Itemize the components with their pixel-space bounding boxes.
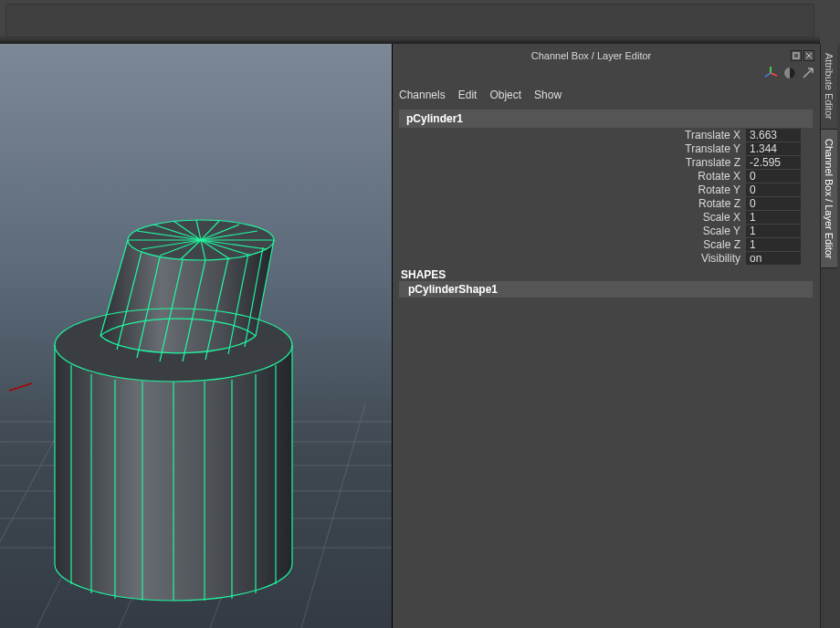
channel-value-input[interactable]: 0 [746,183,801,196]
channel-label[interactable]: Rotate X [399,170,746,183]
channel-label[interactable]: Translate Y [399,142,746,155]
panel-close-icon[interactable] [803,50,814,61]
menu-show[interactable]: Show [534,89,562,101]
channel-row: Translate Y 1.344 [399,141,813,155]
channel-row: Scale Y 1 [399,224,813,237]
arrow-icon[interactable] [802,67,814,79]
viewport-3d[interactable] [0,44,393,628]
channel-value-input[interactable]: 0 [746,170,801,183]
channel-value-input[interactable]: 1 [746,238,801,251]
channel-row: Scale X 1 [399,210,813,224]
shape-node-name: pCylinderShape1 [408,283,498,296]
shapes-header: SHAPES [399,268,813,281]
channel-row: Rotate Z 0 [399,196,813,210]
panel-dock-icon[interactable] [791,50,802,61]
channel-value-input[interactable]: on [746,252,801,265]
channel-label[interactable]: Translate X [399,129,746,141]
channel-row: Translate Z -2.595 [399,155,813,169]
cylinder-mesh [55,220,292,601]
channel-label[interactable]: Translate Z [399,156,746,169]
channel-value-input[interactable]: 3.663 [746,129,801,141]
channel-value-input[interactable]: 1 [746,225,801,237]
svg-rect-53 [793,53,799,58]
app-toolbar [0,0,820,44]
axis-indicator-icon[interactable] [763,66,778,80]
channel-label[interactable]: Scale X [399,211,746,224]
channel-value-input[interactable]: 1.344 [746,142,801,155]
channel-row: Translate X 3.663 [399,128,813,141]
channel-label[interactable]: Rotate Y [399,183,746,196]
channel-box-panel: Channel Box / Layer Editor Channels [394,44,820,628]
half-moon-icon[interactable] [783,67,796,79]
view-gizmo-icons [763,66,814,80]
channel-row: Rotate Y 0 [399,183,813,196]
vtab-channel-box[interactable]: Channel Box / Layer Editor [821,130,837,268]
node-name: pCylinder1 [406,112,463,125]
channel-value-input[interactable]: 0 [746,197,801,210]
toolbar-inset [5,4,814,37]
panel-titlebar: Channel Box / Layer Editor [394,48,818,63]
channel-row: Scale Z 1 [399,237,813,251]
menu-channels[interactable]: Channels [399,89,446,101]
app-root: Channel Box / Layer Editor Channels [0,0,840,628]
svg-line-10 [301,404,365,628]
channel-label[interactable]: Rotate Z [399,197,746,210]
channel-row: Rotate X 0 [399,169,813,183]
right-vertical-tabs: Attribute Editor Channel Box / Layer Edi… [820,44,840,628]
menu-edit[interactable]: Edit [458,89,478,101]
channel-label[interactable]: Scale Y [399,225,746,237]
axis-gizmo [9,383,32,391]
viewport-scene [0,44,393,628]
menu-object[interactable]: Object [489,89,521,101]
shape-node-row[interactable]: pCylinderShape1 [399,281,813,298]
vtab-attribute-editor[interactable]: Attribute Editor [821,44,837,130]
node-name-row[interactable]: pCylinder1 [399,110,813,128]
channel-label[interactable]: Scale Z [399,238,746,251]
channel-value-input[interactable]: -2.595 [746,156,801,169]
channel-row: Visibility on [399,251,813,265]
svg-line-57 [771,73,777,76]
channel-box-menubar: Channels Edit Object Show [399,89,562,101]
channel-label[interactable]: Visibility [399,252,746,265]
channels-list: Translate X 3.663 Translate Y 1.344 Tran… [399,128,813,298]
channel-value-input[interactable]: 1 [746,211,801,224]
panel-title: Channel Box / Layer Editor [531,50,651,61]
svg-line-12 [9,383,32,391]
svg-line-58 [765,73,771,77]
